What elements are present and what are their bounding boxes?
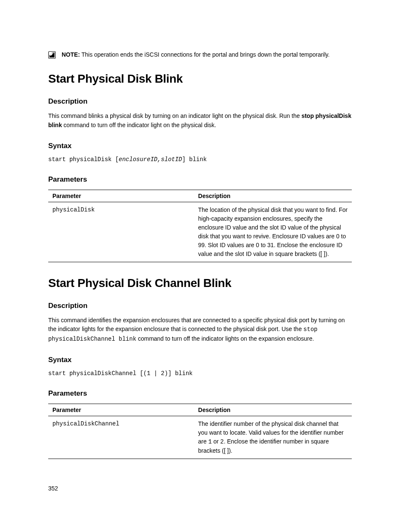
table-row: physicalDiskChannel The identifier numbe… <box>48 416 352 459</box>
table2-cell-param: physicalDiskChannel <box>48 416 194 459</box>
page-content: NOTE: This operation ends the iSCSI conn… <box>0 0 400 532</box>
note-text: NOTE: This operation ends the iSCSI conn… <box>62 50 330 59</box>
section1-desc-post: command to turn off the indicator light … <box>62 122 216 128</box>
table-row: physicalDisk The location of the physica… <box>48 202 352 262</box>
section1-params-heading: Parameters <box>48 175 352 184</box>
section1-desc-paragraph: This command blinks a physical disk by t… <box>48 112 352 130</box>
section1-desc-pre: This command blinks a physical disk by t… <box>48 112 301 119</box>
table1-header-description: Description <box>194 190 352 202</box>
syntax1-italic: enclosureID,slotID <box>119 156 182 163</box>
t2-desc-m2: 2 <box>220 438 223 445</box>
page-number: 352 <box>48 485 58 492</box>
section2-desc-mono-post: physicalDiskChannel blink <box>48 336 136 342</box>
t2-desc-mid: or <box>212 438 220 445</box>
section2-desc-mono-pre: stop <box>304 326 318 333</box>
note-block: NOTE: This operation ends the iSCSI conn… <box>48 50 352 59</box>
section1-syntax-heading: Syntax <box>48 142 352 150</box>
syntax1-post: ] blink <box>182 156 207 163</box>
note-body: This operation ends the iSCSI connection… <box>80 51 330 58</box>
section2-desc-pre: This command identifies the expansion en… <box>48 317 345 333</box>
section1-title: Start Physical Disk Blink <box>48 72 352 86</box>
section1-desc-heading: Description <box>48 97 352 106</box>
table2-header-description: Description <box>194 404 352 416</box>
t2-desc-m1: 1 <box>208 438 212 445</box>
section1-syntax-code: start physicalDisk [enclosureID,slotID] … <box>48 156 352 163</box>
note-label: NOTE: <box>62 51 80 58</box>
section2-desc-paragraph: This command identifies the expansion en… <box>48 316 352 344</box>
section1-params-table: Parameter Description physicalDisk The l… <box>48 190 352 262</box>
table1-header-parameter: Parameter <box>48 190 194 202</box>
section2-desc-heading: Description <box>48 302 352 310</box>
table2-cell-desc: The identifier number of the physical di… <box>194 416 352 459</box>
section2-syntax-code: start physicalDiskChannel [(1 | 2)] blin… <box>48 370 352 377</box>
table1-cell-param: physicalDisk <box>48 202 194 262</box>
syntax1-pre: start physicalDisk [ <box>48 156 119 163</box>
note-icon <box>48 51 56 59</box>
section2-params-heading: Parameters <box>48 389 352 398</box>
section2-params-table: Parameter Description physicalDiskChanne… <box>48 404 352 459</box>
section2-title: Start Physical Disk Channel Blink <box>48 276 352 290</box>
section2-desc-post: command to turn off the indicator lights… <box>136 335 314 342</box>
table2-header-parameter: Parameter <box>48 404 194 416</box>
table1-cell-desc: The location of the physical disk that y… <box>194 202 352 262</box>
section2-syntax-heading: Syntax <box>48 356 352 364</box>
